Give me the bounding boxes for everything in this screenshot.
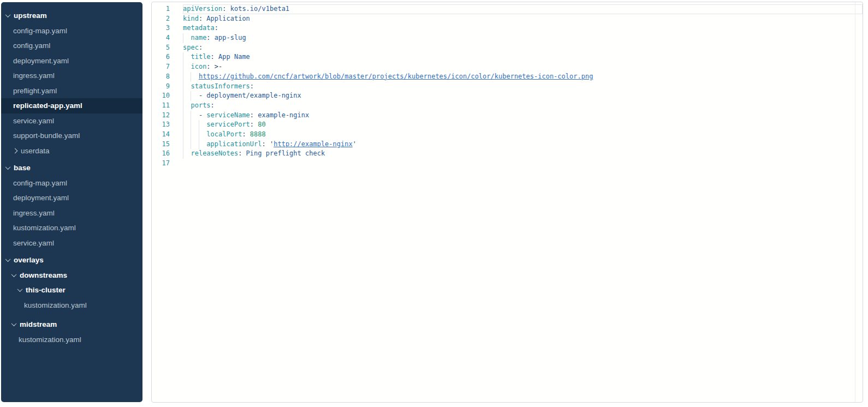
code-line[interactable]: - serviceName: example-nginx [183,111,863,121]
tree-item-label: config.yaml [13,41,50,50]
code-token: : [199,44,203,51]
tree-file-kustomization.yaml[interactable]: kustomization.yaml [1,298,142,313]
line-number: 5 [152,43,183,53]
chevron-down-icon [5,164,11,170]
code-line[interactable]: apiVersion: kots.io/v1beta1 [183,4,863,14]
tree-item-label: support-bundle.yaml [13,131,80,140]
tree-folder-midstream[interactable]: midstream [1,317,142,332]
tree-item-label: config-map.yaml [13,27,67,35]
code-line[interactable]: kind: Application [183,14,863,24]
code-token: Application [203,15,250,22]
indent-guide [183,91,183,101]
code-line[interactable]: releaseNotes: Ping preflight check [183,149,863,159]
indent-guide [183,82,183,92]
code-token: ' [266,140,274,148]
tree-file-kustomization.yaml[interactable]: kustomization.yaml [1,220,142,236]
line-number: 12 [152,111,183,121]
code-token: >- [211,63,223,70]
tree-file-preflight.yaml[interactable]: preflight.yaml [1,83,142,99]
tree-file-kustomization.yaml[interactable]: kustomization.yaml [1,332,142,348]
tree-file-replicated-app.yaml[interactable]: replicated-app.yaml [1,98,142,113]
code-token: - [199,92,206,99]
code-line[interactable]: - deployment/example-nginx [183,91,863,101]
url-link[interactable]: https://github.com/cncf/artwork/blob/mas… [199,73,593,80]
tree-file-ingress.yaml[interactable]: ingress.yaml [1,206,142,221]
line-number: 9 [152,82,183,92]
code-token: releaseNotes [191,149,238,157]
code-line[interactable]: localPort: 8888 [183,130,863,140]
code-line[interactable]: metadata: [183,23,863,33]
indent-guide [183,52,183,62]
code-line[interactable] [183,159,863,169]
code-line[interactable]: statusInformers: [183,82,863,92]
line-number: 13 [152,120,183,130]
code-token: localPort [206,130,242,138]
code-line[interactable]: applicationUrl: 'http://example-nginx' [183,140,863,149]
line-number: 16 [152,149,183,159]
code-token: : [206,63,210,70]
code-token: : [250,111,254,119]
indent-guide [183,62,183,72]
scrollbar-track-divider [855,2,855,402]
tree-folder-downstreams[interactable]: downstreams [1,268,142,283]
code-token: Ping preflight check [242,149,325,157]
tree-item-label: deployment.yaml [13,194,69,202]
code-area[interactable]: apiVersion: kots.io/v1beta1kind: Applica… [183,2,863,402]
tree-file-ingress.yaml[interactable]: ingress.yaml [1,68,142,83]
indent-guide [199,120,199,130]
code-token: : [262,140,266,148]
line-number: 8 [152,72,183,82]
indent-guide [183,149,183,159]
code-indent [183,63,191,70]
tree-folder-this-cluster[interactable]: this-cluster [1,283,142,298]
code-token: ' [353,140,356,148]
code-token: metadata [183,24,215,32]
tree-item-label: downstreams [20,271,67,279]
chevron-down-icon [11,321,17,326]
code-token: example-nginx [254,111,309,119]
code-indent [183,34,191,41]
code-token: : [242,130,246,138]
code-line[interactable]: name: app-slug [183,33,863,43]
tree-file-deployment.yaml[interactable]: deployment.yaml [1,190,142,206]
url-link[interactable]: http://example-nginx [274,140,353,148]
tree-item-label: upstream [14,11,47,20]
tree-item-label: kustomization.yaml [19,336,81,344]
tree-folder-overlays[interactable]: overlays [1,253,142,268]
code-line[interactable]: spec: [183,43,863,53]
line-number: 6 [152,52,183,62]
code-line[interactable]: ports: [183,101,863,111]
code-line[interactable]: title: App Name [183,52,863,62]
code-line[interactable]: servicePort: 80 [183,120,863,130]
tree-item-label: userdata [21,147,50,155]
line-number: 10 [152,91,183,101]
code-token: servicePort [206,121,249,128]
indent-guide [183,33,183,43]
tree-file-config-map.yaml[interactable]: config-map.yaml [1,176,142,191]
indent-guide [183,72,183,82]
indent-guide [191,91,191,101]
chevron-down-icon [17,286,23,292]
code-indent [183,130,206,138]
editor-panel: 1234567891011121314151617 apiVersion: ko… [151,2,863,403]
tree-item-label: overlays [14,256,44,264]
code-token: applicationUrl [206,140,261,148]
tree-item-label: this-cluster [26,286,66,294]
tree-file-config-map.yaml[interactable]: config-map.yaml [1,23,142,39]
tree-file-support-bundle.yaml[interactable]: support-bundle.yaml [1,128,142,143]
tree-folder-base[interactable]: base [1,160,142,176]
code-indent [183,140,206,148]
indent-guide [199,130,199,140]
code-line[interactable]: https://github.com/cncf/artwork/blob/mas… [183,72,863,82]
code-line[interactable]: icon: >- [183,62,863,72]
chevron-down-icon [5,256,11,262]
tree-folder-upstream[interactable]: upstream [1,8,142,23]
tree-file-deployment.yaml[interactable]: deployment.yaml [1,53,142,69]
code-token: : [211,53,215,61]
tree-file-service.yaml[interactable]: service.yaml [1,236,142,251]
tree-file-service.yaml[interactable]: service.yaml [1,113,142,129]
tree-folder-userdata[interactable]: userdata [1,143,142,159]
file-tree-sidebar: upstreamconfig-map.yamlconfig.yamldeploy… [1,2,142,402]
tree-file-config.yaml[interactable]: config.yaml [1,38,142,53]
code-token: 8888 [246,130,266,138]
